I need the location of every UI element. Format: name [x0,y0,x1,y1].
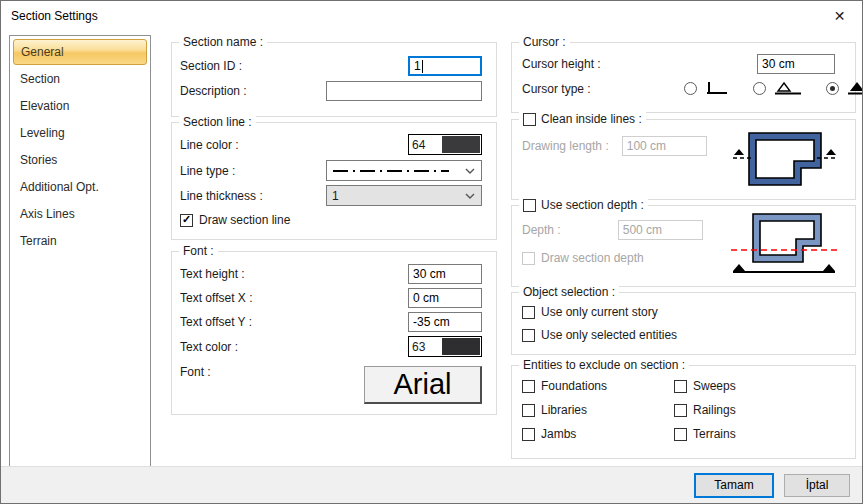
depth-input[interactable]: 500 cm [618,220,703,240]
entities-exclude-group: Entities to exclude on section : Foundat… [511,365,856,459]
font-group: Font : Text height : 30 cm Text offset X… [171,251,497,415]
jambs-checkbox[interactable]: Jambs [522,427,674,441]
terrains-label: Terrains [693,427,736,441]
section-depth-shape-icon [729,210,839,282]
railings-checkbox[interactable]: Railings [674,403,855,417]
sidebar: General Section Elevation Leveling Stori… [9,35,151,467]
object-selection-group: Object selection : Use only current stor… [511,292,856,355]
sidebar-item-stories[interactable]: Stories [10,146,150,173]
checkbox-box [674,380,687,393]
sidebar-item-elevation[interactable]: Elevation [10,92,150,119]
ok-button[interactable]: Tamam [694,473,774,498]
close-icon[interactable]: ✕ [817,1,862,30]
clean-inside-lines-legend: Clean inside lines : [519,112,646,126]
terrains-checkbox[interactable]: Terrains [674,427,855,441]
text-offset-x-value: 0 cm [413,291,439,305]
font-select-button[interactable]: Arial [364,366,482,404]
checkbox-box [522,252,535,265]
sidebar-item-label: Axis Lines [20,207,75,221]
libraries-checkbox[interactable]: Libraries [522,403,674,417]
text-color-number: 63 [409,337,441,356]
text-offset-y-input[interactable]: -35 cm [408,312,482,332]
dash-dot-line-sample [332,167,450,175]
clean-inside-lines-group: Clean inside lines : Drawing length : 10… [511,119,856,200]
text-color-swatch [442,338,480,355]
drawing-length-label: Drawing length : [522,139,609,153]
text-offset-x-input[interactable]: 0 cm [408,288,482,308]
line-type-select[interactable] [326,160,482,181]
sidebar-item-leveling[interactable]: Leveling [10,119,150,146]
cursor-type-label: Cursor type : [522,82,591,96]
text-offset-y-value: -35 cm [413,315,450,329]
sweeps-label: Sweeps [693,379,736,393]
entities-exclude-group-title: Entities to exclude on section : [519,358,689,372]
text-height-label: Text height : [180,267,245,281]
line-thickness-label: Line thickness : [180,189,263,203]
line-color-swatch [442,136,480,153]
text-color-picker[interactable]: 63 [408,336,482,357]
line-thickness-select[interactable]: 1 [326,185,482,206]
drawing-length-input[interactable]: 100 cm [622,136,707,156]
use-only-selected-entities-label: Use only selected entities [541,328,677,342]
sidebar-item-terrain[interactable]: Terrain [10,227,150,254]
cursor-height-label: Cursor height : [522,57,601,71]
checkbox-box [180,214,193,227]
cursor-type-triangle-outline-radio[interactable] [753,82,766,95]
foundations-label: Foundations [541,379,607,393]
line-type-label: Line type : [180,164,235,178]
line-color-label: Line color : [180,138,239,152]
cursor-type-corner-radio[interactable] [684,82,697,95]
footer-bar: Tamam İptal [1,466,862,503]
cursor-type-triangle-outline-icon [775,82,801,96]
chevron-down-icon [465,193,475,199]
chevron-down-icon [465,168,475,174]
draw-section-depth-checkbox[interactable]: Draw section depth [522,251,644,265]
cancel-button[interactable]: İptal [784,474,850,497]
sidebar-item-label: Section [20,72,60,86]
section-name-group-title: Section name : [179,35,267,49]
clean-inside-lines-checkbox[interactable] [523,113,536,126]
section-id-input[interactable]: 1 [408,56,482,76]
foundations-checkbox[interactable]: Foundations [522,379,674,393]
draw-section-depth-label: Draw section depth [541,251,644,265]
text-caret [422,60,423,73]
section-settings-dialog: Section Settings ✕ General Section Eleva… [0,0,863,504]
cursor-height-input[interactable]: 30 cm [757,54,835,74]
use-section-depth-checkbox[interactable] [523,199,536,212]
title-bar: Section Settings ✕ [1,1,862,31]
sidebar-item-label: Additional Opt. [20,180,99,194]
sidebar-item-axis-lines[interactable]: Axis Lines [10,200,150,227]
depth-value: 500 cm [623,223,662,237]
font-group-title: Font : [179,244,218,258]
draw-section-line-label: Draw section line [199,213,290,227]
section-line-group-title: Section line : [179,115,256,129]
text-height-input[interactable]: 30 cm [408,264,482,284]
line-color-picker[interactable]: 64 [408,134,482,155]
use-only-selected-entities-checkbox[interactable]: Use only selected entities [522,328,677,342]
cursor-type-triangle-filled-radio[interactable] [826,82,839,95]
draw-section-line-checkbox[interactable]: Draw section line [180,213,290,227]
line-color-number: 64 [409,135,441,154]
sidebar-item-section[interactable]: Section [10,65,150,92]
railings-label: Railings [693,403,736,417]
plan-shape-icon [733,128,837,194]
section-id-label: Section ID : [180,59,242,73]
checkbox-box [522,306,535,319]
description-input[interactable] [326,81,482,101]
sidebar-item-additional-opt[interactable]: Additional Opt. [10,173,150,200]
depth-label: Depth : [522,223,561,237]
use-only-current-story-checkbox[interactable]: Use only current story [522,305,658,319]
checkbox-box [522,329,535,342]
text-color-label: Text color : [180,340,238,354]
sweeps-checkbox[interactable]: Sweeps [674,379,855,393]
cursor-height-value: 30 cm [762,57,795,71]
drawing-length-value: 100 cm [627,139,666,153]
font-label: Font : [180,365,211,379]
use-only-current-story-label: Use only current story [541,305,658,319]
text-height-value: 30 cm [413,267,446,281]
window-title: Section Settings [1,9,98,23]
checkbox-box [674,428,687,441]
object-selection-group-title: Object selection : [519,285,619,299]
sidebar-item-general[interactable]: General [13,39,147,65]
jambs-label: Jambs [541,427,576,441]
